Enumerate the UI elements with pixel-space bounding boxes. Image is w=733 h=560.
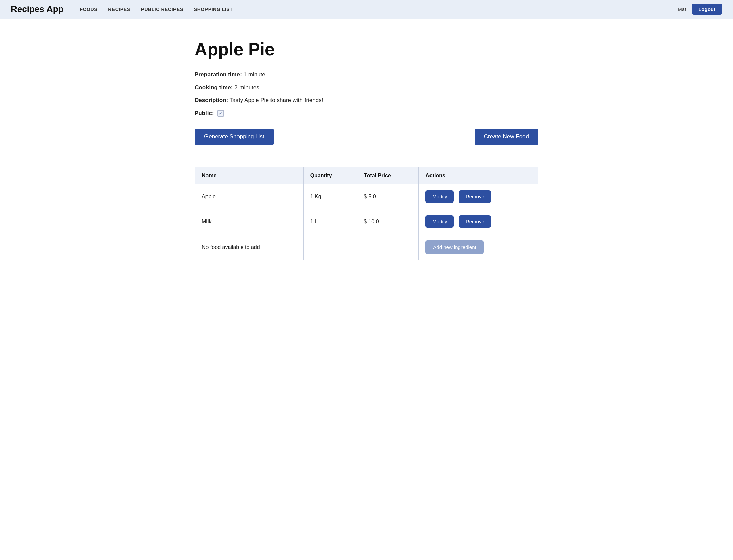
nav-public-recipes[interactable]: PUBLIC RECIPES bbox=[141, 7, 183, 12]
nav-right: Mat Logout bbox=[678, 4, 722, 15]
nav-links: FOODS RECIPES PUBLIC RECIPES SHOPPING LI… bbox=[80, 7, 678, 12]
no-food-price bbox=[357, 234, 419, 260]
app-brand: Recipes App bbox=[11, 4, 64, 14]
remove-button-1[interactable]: Remove bbox=[459, 215, 491, 228]
modify-button-0[interactable]: Modify bbox=[425, 190, 454, 203]
row-total-price: $ 5.0 bbox=[357, 184, 419, 209]
table-row-add: No food available to add Add new ingredi… bbox=[195, 234, 538, 260]
no-food-label: No food available to add bbox=[195, 234, 304, 260]
nav-foods[interactable]: FOODS bbox=[80, 7, 98, 12]
modify-button-1[interactable]: Modify bbox=[425, 215, 454, 228]
table-row: Apple 1 Kg $ 5.0 Modify Remove bbox=[195, 184, 538, 209]
row-quantity: 1 L bbox=[303, 209, 357, 234]
table-row: Milk 1 L $ 10.0 Modify Remove bbox=[195, 209, 538, 234]
row-quantity: 1 Kg bbox=[303, 184, 357, 209]
row-actions: Modify Remove bbox=[419, 209, 538, 234]
table-body: Apple 1 Kg $ 5.0 Modify Remove Milk 1 L … bbox=[195, 184, 538, 260]
row-name: Apple bbox=[195, 184, 304, 209]
nav-recipes[interactable]: RECIPES bbox=[108, 7, 130, 12]
generate-shopping-list-button[interactable]: Generate Shopping List bbox=[195, 129, 274, 145]
table-header: Name Quantity Total Price Actions bbox=[195, 167, 538, 184]
logout-button[interactable]: Logout bbox=[692, 4, 722, 15]
recipe-details: Preparation time: 1 minute Cooking time:… bbox=[195, 71, 538, 117]
row-name: Milk bbox=[195, 209, 304, 234]
row-total-price: $ 10.0 bbox=[357, 209, 419, 234]
col-name: Name bbox=[195, 167, 304, 184]
public-checkbox[interactable]: ✓ bbox=[217, 110, 224, 117]
public-label: Public: bbox=[195, 110, 214, 117]
row-actions: Modify Remove bbox=[419, 184, 538, 209]
cooking-time-value: 2 minutes bbox=[234, 84, 259, 91]
preparation-time-label: Preparation time: bbox=[195, 71, 242, 78]
header-row: Name Quantity Total Price Actions bbox=[195, 167, 538, 184]
add-ingredient-cell: Add new ingredient bbox=[419, 234, 538, 260]
preparation-time-value: 1 minute bbox=[244, 71, 265, 78]
actions-row: Generate Shopping List Create New Food bbox=[195, 129, 538, 145]
cooking-time-label: Cooking time: bbox=[195, 84, 233, 91]
public-row: Public: ✓ bbox=[195, 110, 538, 117]
ingredients-table: Name Quantity Total Price Actions Apple … bbox=[195, 167, 538, 260]
main-content: Apple Pie Preparation time: 1 minute Coo… bbox=[181, 19, 552, 274]
add-ingredient-button[interactable]: Add new ingredient bbox=[425, 240, 483, 254]
nav-username: Mat bbox=[678, 6, 686, 12]
description-label: Description: bbox=[195, 97, 228, 103]
preparation-time-row: Preparation time: 1 minute bbox=[195, 71, 538, 78]
section-divider bbox=[195, 156, 538, 156]
col-actions: Actions bbox=[419, 167, 538, 184]
cooking-time-row: Cooking time: 2 minutes bbox=[195, 84, 538, 91]
description-value: Tasty Apple Pie to share with friends! bbox=[230, 97, 323, 103]
remove-button-0[interactable]: Remove bbox=[459, 190, 491, 203]
navbar: Recipes App FOODS RECIPES PUBLIC RECIPES… bbox=[0, 0, 733, 19]
nav-shopping-list[interactable]: SHOPPING LIST bbox=[194, 7, 233, 12]
recipe-title: Apple Pie bbox=[195, 39, 538, 59]
no-food-quantity bbox=[303, 234, 357, 260]
col-quantity: Quantity bbox=[303, 167, 357, 184]
description-row: Description: Tasty Apple Pie to share wi… bbox=[195, 97, 538, 104]
create-new-food-button[interactable]: Create New Food bbox=[475, 129, 538, 145]
col-total-price: Total Price bbox=[357, 167, 419, 184]
